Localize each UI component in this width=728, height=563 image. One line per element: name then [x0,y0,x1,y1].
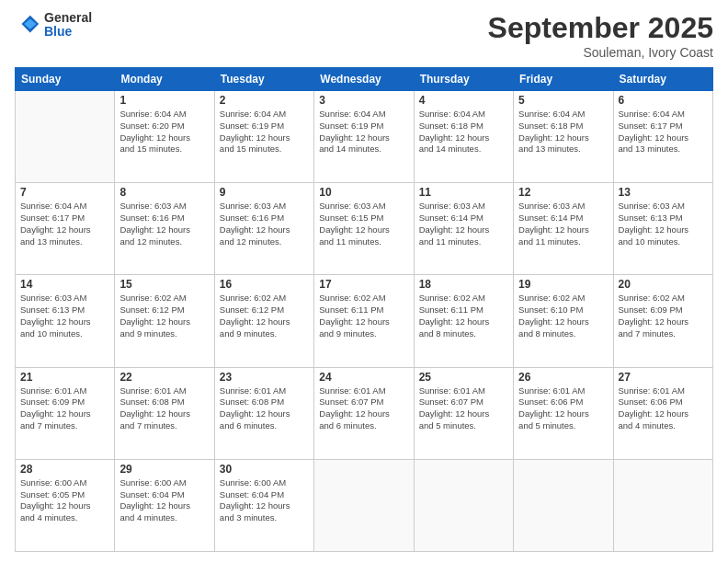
calendar-cell: 15Sunrise: 6:02 AM Sunset: 6:12 PM Dayli… [115,275,214,367]
title-block: September 2025 Souleman, Ivory Coast [488,11,713,60]
calendar-week-2: 14Sunrise: 6:03 AM Sunset: 6:13 PM Dayli… [16,275,713,367]
day-info: Sunrise: 6:02 AM Sunset: 6:11 PM Dayligh… [419,293,508,339]
day-number: 14 [20,278,109,291]
day-info: Sunrise: 6:03 AM Sunset: 6:16 PM Dayligh… [220,201,309,247]
calendar-cell: 8Sunrise: 6:03 AM Sunset: 6:16 PM Daylig… [115,183,214,275]
day-number: 23 [220,371,309,384]
day-number: 7 [20,186,109,199]
calendar-cell: 23Sunrise: 6:01 AM Sunset: 6:08 PM Dayli… [214,367,313,459]
calendar-cell: 30Sunrise: 6:00 AM Sunset: 6:04 PM Dayli… [214,459,313,551]
day-info: Sunrise: 6:04 AM Sunset: 6:19 PM Dayligh… [319,109,408,155]
calendar-cell [414,459,513,551]
calendar-cell: 2Sunrise: 6:04 AM Sunset: 6:19 PM Daylig… [214,91,313,183]
logo-text: General Blue [44,11,92,40]
logo: General Blue [15,11,92,40]
calendar-cell: 24Sunrise: 6:01 AM Sunset: 6:07 PM Dayli… [314,367,414,459]
weekday-tuesday: Tuesday [214,68,313,91]
day-info: Sunrise: 6:01 AM Sunset: 6:09 PM Dayligh… [20,385,109,432]
day-number: 17 [319,278,408,291]
day-info: Sunrise: 6:04 AM Sunset: 6:18 PM Dayligh… [419,109,508,155]
day-info: Sunrise: 6:01 AM Sunset: 6:07 PM Dayligh… [419,385,508,432]
calendar-cell: 16Sunrise: 6:02 AM Sunset: 6:12 PM Dayli… [214,275,313,367]
day-info: Sunrise: 6:04 AM Sunset: 6:17 PM Dayligh… [619,109,708,155]
calendar-week-3: 21Sunrise: 6:01 AM Sunset: 6:09 PM Dayli… [16,367,713,459]
calendar-cell [16,91,115,183]
day-number: 3 [319,94,408,107]
day-number: 20 [619,278,708,291]
calendar-cell: 9Sunrise: 6:03 AM Sunset: 6:16 PM Daylig… [214,183,313,275]
weekday-thursday: Thursday [414,68,513,91]
day-info: Sunrise: 6:02 AM Sunset: 6:09 PM Dayligh… [619,293,708,339]
day-number: 12 [518,186,608,199]
calendar-cell: 7Sunrise: 6:04 AM Sunset: 6:17 PM Daylig… [16,183,115,275]
weekday-friday: Friday [514,68,613,91]
calendar-week-0: 1Sunrise: 6:04 AM Sunset: 6:20 PM Daylig… [16,91,713,183]
calendar-cell: 5Sunrise: 6:04 AM Sunset: 6:18 PM Daylig… [514,91,613,183]
day-number: 19 [518,278,608,291]
day-number: 27 [619,371,708,384]
day-number: 22 [119,371,209,384]
day-number: 29 [119,463,209,476]
calendar-cell: 6Sunrise: 6:04 AM Sunset: 6:17 PM Daylig… [613,91,712,183]
calendar-table: SundayMondayTuesdayWednesdayThursdayFrid… [15,67,713,552]
day-number: 15 [119,278,209,291]
day-info: Sunrise: 6:01 AM Sunset: 6:08 PM Dayligh… [119,385,209,432]
header: General Blue September 2025 Souleman, Iv… [15,11,713,60]
day-number: 18 [419,278,508,291]
day-info: Sunrise: 6:00 AM Sunset: 6:04 PM Dayligh… [220,477,309,524]
day-number: 24 [319,371,408,384]
day-info: Sunrise: 6:04 AM Sunset: 6:18 PM Dayligh… [518,109,608,155]
day-number: 6 [619,94,708,107]
calendar-cell: 11Sunrise: 6:03 AM Sunset: 6:14 PM Dayli… [414,183,513,275]
day-number: 9 [220,186,309,199]
day-info: Sunrise: 6:03 AM Sunset: 6:13 PM Dayligh… [619,201,708,247]
calendar-cell: 18Sunrise: 6:02 AM Sunset: 6:11 PM Dayli… [414,275,513,367]
logo-icon [15,12,40,38]
day-number: 30 [220,463,309,476]
day-info: Sunrise: 6:04 AM Sunset: 6:19 PM Dayligh… [220,109,309,155]
day-number: 28 [20,463,109,476]
day-info: Sunrise: 6:02 AM Sunset: 6:12 PM Dayligh… [220,293,309,339]
day-info: Sunrise: 6:01 AM Sunset: 6:06 PM Dayligh… [619,385,708,432]
calendar-cell: 10Sunrise: 6:03 AM Sunset: 6:15 PM Dayli… [314,183,414,275]
day-info: Sunrise: 6:01 AM Sunset: 6:06 PM Dayligh… [518,385,608,432]
day-info: Sunrise: 6:00 AM Sunset: 6:05 PM Dayligh… [20,477,109,524]
day-number: 4 [419,94,508,107]
day-info: Sunrise: 6:03 AM Sunset: 6:14 PM Dayligh… [518,201,608,247]
calendar-cell: 12Sunrise: 6:03 AM Sunset: 6:14 PM Dayli… [514,183,613,275]
calendar-cell: 4Sunrise: 6:04 AM Sunset: 6:18 PM Daylig… [414,91,513,183]
day-info: Sunrise: 6:03 AM Sunset: 6:15 PM Dayligh… [319,201,408,247]
day-number: 1 [119,94,209,107]
weekday-wednesday: Wednesday [314,68,414,91]
day-info: Sunrise: 6:02 AM Sunset: 6:12 PM Dayligh… [119,293,209,339]
page: General Blue September 2025 Souleman, Iv… [0,0,728,563]
calendar-cell [514,459,613,551]
logo-blue-text: Blue [44,25,92,39]
weekday-header-row: SundayMondayTuesdayWednesdayThursdayFrid… [16,68,713,91]
calendar-week-4: 28Sunrise: 6:00 AM Sunset: 6:05 PM Dayli… [16,459,713,551]
calendar-cell: 25Sunrise: 6:01 AM Sunset: 6:07 PM Dayli… [414,367,513,459]
calendar-cell [314,459,414,551]
day-number: 13 [619,186,708,199]
location-title: Souleman, Ivory Coast [488,45,713,60]
day-info: Sunrise: 6:00 AM Sunset: 6:04 PM Dayligh… [119,477,209,524]
calendar-cell: 26Sunrise: 6:01 AM Sunset: 6:06 PM Dayli… [514,367,613,459]
calendar-cell: 19Sunrise: 6:02 AM Sunset: 6:10 PM Dayli… [514,275,613,367]
weekday-saturday: Saturday [613,68,712,91]
calendar-cell: 3Sunrise: 6:04 AM Sunset: 6:19 PM Daylig… [314,91,414,183]
weekday-sunday: Sunday [16,68,115,91]
calendar-cell: 21Sunrise: 6:01 AM Sunset: 6:09 PM Dayli… [16,367,115,459]
calendar-body: 1Sunrise: 6:04 AM Sunset: 6:20 PM Daylig… [16,91,713,552]
month-title: September 2025 [488,11,713,45]
day-number: 10 [319,186,408,199]
calendar-cell: 27Sunrise: 6:01 AM Sunset: 6:06 PM Dayli… [613,367,712,459]
day-number: 16 [220,278,309,291]
day-number: 11 [419,186,508,199]
calendar-cell: 29Sunrise: 6:00 AM Sunset: 6:04 PM Dayli… [115,459,214,551]
weekday-monday: Monday [115,68,214,91]
calendar-cell [613,459,712,551]
calendar-cell: 17Sunrise: 6:02 AM Sunset: 6:11 PM Dayli… [314,275,414,367]
day-number: 25 [419,371,508,384]
calendar-week-1: 7Sunrise: 6:04 AM Sunset: 6:17 PM Daylig… [16,183,713,275]
day-number: 26 [518,371,608,384]
